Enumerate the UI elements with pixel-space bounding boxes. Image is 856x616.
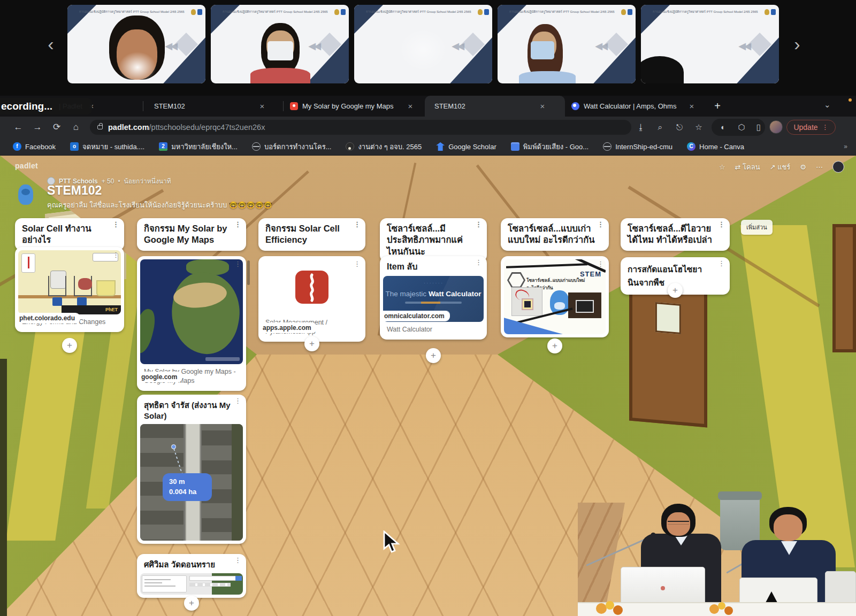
- sidebar-icon[interactable]: ▯: [752, 121, 765, 134]
- url-field[interactable]: padlet.com /pttschoolsedu/eprqc47ts2uen2…: [90, 120, 631, 135]
- zoom-search-icon[interactable]: ⌕: [654, 121, 667, 134]
- user-avatar[interactable]: [832, 161, 844, 173]
- bookmark-canva[interactable]: CHome - Canva: [687, 142, 744, 151]
- section-menu-icon[interactable]: ⋮: [354, 223, 361, 226]
- section-header-my-solar[interactable]: กิจกรรม My Solar by Google My Maps ⋮: [137, 218, 246, 251]
- participant-video-5[interactable]: การอบรมเชิงปฏิบัติการครูวิทยาศาสตร์ PTT …: [641, 5, 779, 83]
- phet-simulation-image: PhET: [18, 250, 121, 314]
- section-header-efficiency[interactable]: กิจกรรม Solar Cell Efficiency ⋮: [258, 218, 365, 251]
- back-icon[interactable]: ←: [12, 121, 25, 134]
- participant-video-1[interactable]: การอบรมเชิงปฏิบัติการครูวิทยาศาสตร์ PTT …: [67, 5, 205, 83]
- post-menu-icon[interactable]: ⋮: [597, 263, 604, 265]
- share-icon[interactable]: ⎋: [673, 121, 686, 134]
- new-tab-button[interactable]: +: [710, 99, 724, 113]
- post-menu-icon[interactable]: ⋮: [234, 399, 241, 402]
- post-pyranometer-app[interactable]: ⋮ apps.apple.com Solar Measurement / Pyr…: [258, 256, 365, 342]
- share-button[interactable]: ↗ แชร์: [770, 161, 791, 173]
- participant-video-4[interactable]: การอบรมเชิงปฏิบัติการครูวิทยาศาสตร์ PTT …: [498, 5, 636, 83]
- flower-decoration: [613, 605, 623, 615]
- post-menu-icon[interactable]: ⋮: [718, 262, 725, 265]
- section-menu-icon[interactable]: ⋮: [234, 223, 241, 226]
- add-post-button[interactable]: +: [426, 348, 441, 363]
- bookmark-google-scholar[interactable]: Google Scholar: [436, 142, 496, 151]
- post-menu-icon[interactable]: ⋮: [354, 263, 361, 265]
- bookmark-tasks[interactable]: งานต่าง ๆ อจบ. 2565: [346, 141, 422, 152]
- section-header-old-vs-new[interactable]: โซลาร์เซลล์...แบบเก่าแบบใหม่ อะไรดีกว่าก…: [501, 218, 609, 251]
- add-post-button[interactable]: +: [304, 336, 319, 351]
- post-domain: phet.colorado.edu: [15, 313, 80, 324]
- padlet-board: padlet ☆ ⇄ โคลน ↗ แชร์ ⚙ ⋯ PTT Schools +…: [0, 156, 856, 616]
- bookmarks-overflow-icon[interactable]: »: [844, 143, 847, 150]
- close-icon[interactable]: ×: [257, 102, 267, 111]
- section-menu-icon[interactable]: ⋮: [475, 223, 482, 226]
- reload-icon[interactable]: ⟳: [50, 121, 63, 134]
- post-domain: omnicalculator.com: [380, 311, 450, 321]
- extension-icon[interactable]: ◖: [716, 121, 729, 134]
- dark-site-icon: [346, 142, 354, 151]
- close-icon[interactable]: ×: [406, 102, 415, 111]
- tab-stem102[interactable]: STEM102 ×: [144, 96, 284, 117]
- add-post-button[interactable]: +: [668, 283, 683, 298]
- settings-gear-icon[interactable]: ⚙: [800, 163, 806, 171]
- padlet-logo: padlet: [15, 161, 38, 170]
- add-post-button[interactable]: +: [547, 338, 562, 353]
- post-title: สุทธิดา จำรัส (ส่งงาน My Solar): [140, 398, 243, 424]
- globe-icon: [603, 142, 612, 151]
- more-options-icon[interactable]: ⋯: [816, 163, 823, 171]
- app-icon-image: [262, 259, 362, 315]
- close-icon[interactable]: ×: [687, 102, 697, 111]
- section-menu-icon[interactable]: ⋮: [112, 223, 119, 226]
- chevron-left-icon[interactable]: ‹: [43, 33, 59, 55]
- section-header-diy[interactable]: โซลาร์เซลล์...ดีไอวายได้ไหม ทำได้หรือเปล…: [621, 218, 730, 251]
- doc-icon: [511, 142, 519, 151]
- profile-avatar[interactable]: [769, 120, 783, 134]
- bookmark-facebook[interactable]: fFacebook: [13, 142, 56, 151]
- post-phet[interactable]: ⋮ PhET phet.colorado.edu Energy Forms an…: [15, 247, 124, 332]
- section-header-efficiency-question[interactable]: โซลาร์เซลล์...มีประสิทธิภาพมากแค่ไหนกันน…: [380, 218, 487, 262]
- tab-search-chevron-icon[interactable]: ⌄: [824, 100, 831, 110]
- bookmark-university[interactable]: 2มหาวิทยาลัยเชียงให...: [159, 141, 238, 152]
- save-download-icon[interactable]: ⭳: [635, 121, 647, 134]
- column-scrollbar[interactable]: [247, 260, 250, 285]
- section-menu-icon[interactable]: ⋮: [718, 223, 725, 226]
- outlook-icon: o: [70, 142, 79, 151]
- post-google-map[interactable]: ⋮ google.com My Solar by Google my Maps …: [137, 256, 246, 391]
- video-participant-strip: ‹ › การอบรมเชิงปฏิบัติการครูวิทยาศาสตร์ …: [0, 0, 856, 90]
- post-solar-slide[interactable]: ⋮ STEM โซลาร์เซลล์..แบบเก่าแบบใหม่ อะไรด…: [501, 256, 609, 337]
- close-icon[interactable]: ×: [538, 102, 547, 111]
- browser-menu-dots-icon[interactable]: ⋮: [822, 124, 829, 131]
- post-caption: Watt Calculator: [383, 322, 484, 336]
- bookmark-voice-typing[interactable]: พิมพ์ด้วยเสียง - Goo...: [511, 141, 588, 152]
- update-button[interactable]: Update ⋮: [786, 120, 836, 135]
- post-title: ศศิวิมล วัดดอนทราย: [140, 557, 243, 573]
- tab-stem102-active[interactable]: STEM102 ×: [425, 96, 565, 117]
- participant-video-3[interactable]: การอบรมเชิงปฏิบัติการครูวิทยาศาสตร์ PTT …: [354, 5, 492, 83]
- post-title: การสกัดแอนโฮไซยานินจากพืช: [628, 265, 702, 287]
- post-menu-icon[interactable]: ⋮: [234, 559, 241, 561]
- add-section-button[interactable]: เพิ่มส่วน: [741, 220, 773, 235]
- clone-button[interactable]: ⇄ โคลน: [735, 161, 760, 173]
- bookmark-board[interactable]: บอร์ดการทำงานโคร...: [252, 141, 332, 152]
- post-suthida[interactable]: ⋮ สุทธิดา จำรัส (ส่งงาน My Solar) 30 m0.…: [137, 395, 246, 544]
- chevron-right-icon[interactable]: ›: [789, 33, 805, 55]
- post-watt-calculator[interactable]: ⋮ Item ลับ · · · · · · · The majestic Wa…: [380, 256, 487, 340]
- home-icon[interactable]: ⌂: [70, 121, 82, 134]
- add-post-button[interactable]: +: [184, 596, 199, 611]
- post-sasiwimon[interactable]: ⋮ ศศิวิมล วัดดอนทราย: [137, 554, 246, 598]
- participant-video-2[interactable]: การอบรมเชิงปฏิบัติการครูวิทยาศาสตร์ PTT …: [211, 5, 349, 83]
- bookmark-star-icon[interactable]: ☆: [692, 121, 705, 134]
- section-header-solar-cell[interactable]: Solar Cell ทำงานอย่างไร ⋮: [15, 218, 124, 251]
- post-menu-icon[interactable]: ⋮: [475, 261, 482, 264]
- bookmark-mail[interactable]: oจดหมาย - suthida....: [70, 141, 144, 152]
- bookmark-internship[interactable]: InternShip-ed-cmu: [603, 142, 672, 151]
- tab-my-solar[interactable]: My Solar by Google my Maps ×: [285, 96, 423, 117]
- favorite-star-icon[interactable]: ☆: [719, 163, 725, 171]
- extensions-puzzle-icon[interactable]: ⬡: [735, 121, 748, 134]
- section-menu-icon[interactable]: ⋮: [597, 223, 604, 226]
- post-menu-icon[interactable]: ⋮: [234, 263, 241, 265]
- tab-watt-calculator[interactable]: Watt Calculator | Amps, Ohms ×: [566, 96, 703, 117]
- forward-icon[interactable]: →: [31, 121, 44, 134]
- add-post-button[interactable]: +: [62, 338, 77, 353]
- globe-icon: [252, 142, 261, 151]
- post-menu-icon[interactable]: ⋮: [112, 253, 119, 256]
